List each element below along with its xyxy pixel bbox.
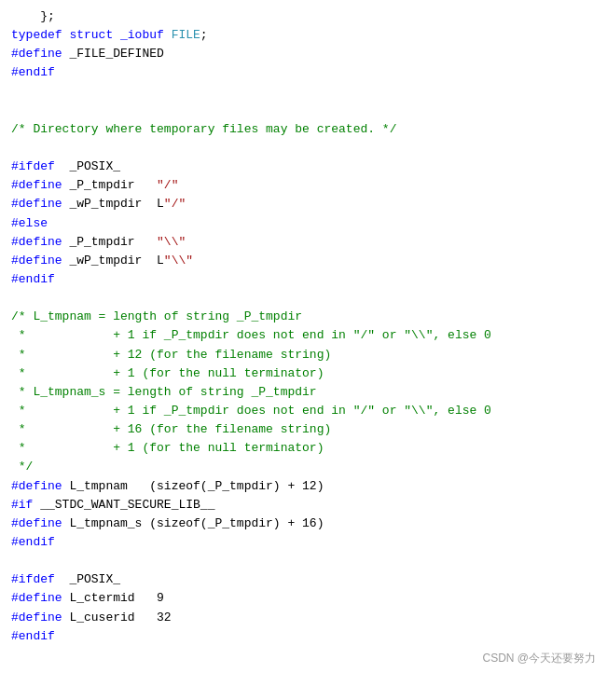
code-token: * + 1 if _P_tmpdir does not end in "/" o… [11,404,491,418]
code-line: #define L_cuserid 32 [11,609,596,627]
code-token: _FILE_DEFINED [62,47,164,61]
code-token: #endif [11,629,55,643]
code-line: #define L_ctermid 9 [11,589,596,608]
code-token: #define [11,178,62,192]
code-line: #endif [11,63,596,82]
code-line: #define _wP_tmpdir L"/" [11,195,596,213]
code-token: * + 12 (for the filename string) [11,348,331,362]
code-token: #endif [11,65,55,79]
code-line: * + 1 (for the null terminator) [11,364,596,383]
code-line: * + 16 (for the filename string) [11,420,596,439]
code-token: #define [11,479,62,493]
code-token: /* Directory where temporary files may b… [11,122,396,136]
code-line: /* L_tmpnam = length of string _P_tmpdir [11,308,596,326]
code-line: #define _P_tmpdir "/" [11,176,596,195]
code-token: _wP_tmpdir L [62,254,164,268]
code-token: * + 16 (for the filename string) [11,422,331,436]
code-line: #endif [11,533,596,552]
code-line: * + 1 if _P_tmpdir does not end in "/" o… [11,402,596,420]
code-line: #define L_tmpnam_s (sizeof(_P_tmpdir) + … [11,515,596,533]
code-line [11,289,596,308]
code-line [11,83,596,102]
code-token: L_tmpnam_s (sizeof(_P_tmpdir) + 16) [62,516,324,530]
code-token: _wP_tmpdir L [62,197,164,211]
code-token: #define [11,516,62,530]
code-line: #ifdef _POSIX_ [11,570,596,589]
code-token: "\\" [164,254,193,268]
code-token: L_tmpnam (sizeof(_P_tmpdir) + 12) [62,479,324,493]
code-line: }; [11,7,596,26]
code-token: #endif [11,272,55,286]
code-token: #ifdef [11,159,55,173]
code-line: * + 1 if _P_tmpdir does not end in "/" o… [11,326,596,345]
code-line: #define L_tmpnam (sizeof(_P_tmpdir) + 12… [11,477,596,496]
code-token: #if [11,498,33,512]
code-block: };typedef struct _iobuf FILE;#define _FI… [11,7,596,646]
code-token: * + 1 (for the null terminator) [11,366,324,380]
code-token: "\\" [157,235,186,249]
code-token: length of string [113,309,229,323]
code-line: * L_tmpnam_s = length of string _P_tmpdi… [11,383,596,402]
code-line: * + 1 (for the null terminator) [11,439,596,458]
code-token: #else [11,216,48,230]
code-token: * + 1 if _P_tmpdir does not end in "/" o… [11,328,491,342]
code-line: #endif [11,627,596,646]
code-token: L_cuserid 32 [62,611,172,625]
code-token: * + 1 (for the null terminator) [11,441,324,455]
code-token: FILE [172,28,200,42]
code-token: "/" [164,197,186,211]
code-line [11,552,596,570]
code-token: #define [11,254,62,268]
code-token: #define [11,611,62,625]
code-token: }; [11,9,55,23]
code-token: _POSIX_ [55,159,120,173]
code-token: _POSIX_ [55,572,120,586]
code-token: #ifdef [11,572,55,586]
code-token: #define [11,591,62,605]
code-line: #endif [11,270,596,289]
code-line [11,139,596,158]
code-token: _P_tmpdir [62,178,157,192]
code-line [11,102,596,120]
code-token: typedef struct _iobuf [11,28,172,42]
code-line: #define _wP_tmpdir L"\\" [11,252,596,270]
code-token: "/" [157,178,178,192]
code-token: #define [11,235,62,249]
code-token: /* L_tmpnam = [11,309,113,323]
code-line: */ [11,458,596,476]
code-token: __STDC_WANT_SECURE_LIB__ [33,498,214,512]
code-line: * + 12 (for the filename string) [11,346,596,364]
code-line: #define _P_tmpdir "\\" [11,233,596,252]
code-token: #endif [11,535,55,549]
code-line: #define _FILE_DEFINED [11,45,596,63]
code-line: #ifdef _POSIX_ [11,158,596,176]
code-token: * L_tmpnam_s = length of string _P_tmpdi… [11,385,317,399]
code-line: #if __STDC_WANT_SECURE_LIB__ [11,496,596,515]
watermark: CSDN @今天还要努力 [11,650,596,667]
code-line: typedef struct _iobuf FILE; [11,26,596,45]
code-line: /* Directory where temporary files may b… [11,120,596,139]
code-token: #define [11,47,62,61]
code-token: L_ctermid 9 [62,591,164,605]
code-token: #define [11,197,62,211]
code-line: #else [11,214,596,233]
code-token: _P_tmpdir [229,309,302,323]
code-token: ; [200,28,208,42]
code-token: */ [11,460,33,474]
code-token: _P_tmpdir [62,235,157,249]
